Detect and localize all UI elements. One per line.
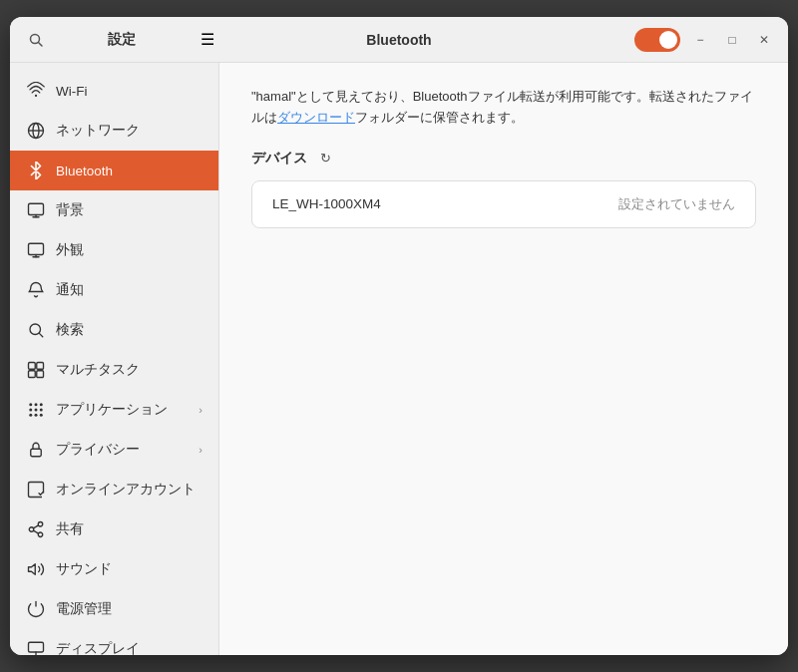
svg-rect-14 — [29, 363, 36, 370]
sidebar-item-label: 共有 — [56, 520, 84, 538]
svg-line-31 — [33, 530, 38, 533]
svg-point-30 — [38, 532, 43, 537]
share-icon — [26, 519, 46, 539]
sidebar-item-sound[interactable]: サウンド — [10, 549, 218, 589]
network-icon — [26, 121, 46, 141]
sidebar-item-online[interactable]: オンラインアカウント — [10, 470, 218, 509]
appearance-icon — [26, 240, 46, 260]
menu-icon: ☰ — [200, 30, 214, 49]
download-link[interactable]: ダウンロード — [277, 110, 355, 125]
svg-point-23 — [40, 409, 43, 412]
sidebar-item-network[interactable]: ネットワーク — [10, 111, 218, 151]
sidebar-item-privacy[interactable]: プライバシー› — [10, 430, 218, 470]
sidebar-item-label: 電源管理 — [56, 600, 112, 618]
sidebar-item-notification[interactable]: 通知 — [10, 270, 218, 310]
maximize-button[interactable]: □ — [720, 28, 744, 52]
sidebar-item-label: Wi-Fi — [56, 84, 87, 99]
close-icon: ✕ — [759, 33, 769, 47]
sidebar-item-power[interactable]: 電源管理 — [10, 589, 218, 629]
sidebar-item-label: 背景 — [56, 201, 84, 219]
sidebar-item-label: ディスプレイ — [56, 640, 140, 655]
minimize-icon: − — [696, 33, 703, 47]
sidebar-item-apps[interactable]: アプリケーション› — [10, 390, 218, 430]
sidebar-item-share[interactable]: 共有 — [10, 509, 218, 549]
titlebar: 設定 ☰ Bluetooth − □ ✕ — [10, 17, 788, 63]
multitask-icon — [26, 360, 46, 380]
chevron-right-icon: › — [199, 444, 202, 456]
page-title: Bluetooth — [366, 32, 431, 48]
privacy-icon — [26, 440, 46, 460]
sidebar-item-appearance[interactable]: 外観 — [10, 230, 218, 270]
sidebar-item-label: ネットワーク — [56, 122, 140, 140]
display-icon — [26, 639, 46, 655]
device-list: LE_WH-1000XM4設定されていません — [251, 180, 756, 228]
svg-rect-17 — [37, 371, 44, 378]
svg-line-1 — [39, 42, 43, 46]
sound-icon — [26, 559, 46, 579]
refresh-button[interactable]: ↻ — [315, 149, 335, 168]
svg-point-21 — [29, 409, 32, 412]
svg-rect-15 — [37, 363, 44, 370]
close-button[interactable]: ✕ — [752, 28, 776, 52]
svg-point-22 — [35, 409, 38, 412]
sidebar-item-label: マルチタスク — [56, 361, 140, 379]
sidebar-item-label: プライバシー — [56, 441, 140, 459]
sidebar-item-background[interactable]: 背景 — [10, 190, 218, 230]
sidebar-item-multitask[interactable]: マルチタスク — [10, 350, 218, 390]
svg-point-25 — [35, 414, 38, 417]
sidebar-item-wifi[interactable]: Wi-Fi — [10, 71, 218, 111]
sidebar-item-label: 検索 — [56, 321, 84, 339]
sidebar-item-label: サウンド — [56, 560, 112, 578]
main-content: "hamal"として見えており、Bluetoothファイル転送が利用可能です。転… — [219, 63, 788, 655]
sidebar-item-label: Bluetooth — [56, 164, 113, 178]
sidebar-item-label: 外観 — [56, 241, 84, 259]
sidebar-item-search[interactable]: 検索 — [10, 310, 218, 350]
wifi-icon — [26, 81, 46, 101]
sidebar-item-label: アプリケーション — [56, 401, 168, 419]
device-row[interactable]: LE_WH-1000XM4設定されていません — [252, 181, 755, 227]
svg-point-26 — [40, 414, 43, 417]
info-text: "hamal"として見えており、Bluetoothファイル転送が利用可能です。転… — [251, 87, 756, 129]
settings-title: 設定 — [58, 31, 186, 49]
device-name: LE_WH-1000XM4 — [272, 196, 381, 211]
sidebar: Wi-FiネットワークBluetooth背景外観通知検索マルチタスクアプリケーシ… — [10, 63, 219, 655]
power-icon — [26, 599, 46, 619]
apps-icon — [26, 400, 46, 420]
maximize-icon: □ — [728, 33, 735, 47]
sidebar-item-label: 通知 — [56, 281, 84, 299]
titlebar-center: Bluetooth — [221, 32, 577, 48]
titlebar-left: 設定 ☰ — [22, 26, 221, 54]
sidebar-item-bluetooth[interactable]: Bluetooth — [10, 151, 218, 190]
svg-point-20 — [40, 403, 43, 406]
minimize-button[interactable]: − — [688, 28, 712, 52]
bluetooth-icon — [26, 161, 46, 180]
svg-point-28 — [38, 522, 43, 527]
svg-point-24 — [29, 414, 32, 417]
svg-line-13 — [39, 333, 42, 336]
svg-rect-33 — [29, 642, 44, 652]
content-area: Wi-FiネットワークBluetooth背景外観通知検索マルチタスクアプリケーシ… — [10, 63, 788, 655]
bluetooth-toggle[interactable] — [634, 28, 680, 52]
sidebar-item-display[interactable]: ディスプレイ — [10, 629, 218, 655]
svg-line-32 — [33, 525, 38, 528]
svg-rect-16 — [29, 371, 36, 378]
background-icon — [26, 200, 46, 220]
svg-rect-27 — [31, 449, 42, 457]
svg-rect-6 — [29, 203, 44, 214]
refresh-icon: ↻ — [320, 151, 331, 166]
svg-point-19 — [35, 403, 38, 406]
devices-section-header: デバイス ↻ — [251, 149, 756, 168]
svg-point-2 — [35, 95, 37, 97]
chevron-right-icon: › — [199, 404, 202, 416]
info-text-part2: フォルダーに保管されます。 — [355, 110, 524, 125]
search-button[interactable] — [22, 26, 50, 54]
search-icon — [26, 320, 46, 340]
sidebar-item-label: オンラインアカウント — [56, 481, 196, 499]
svg-rect-9 — [29, 243, 44, 254]
titlebar-right: − □ ✕ — [577, 28, 776, 52]
notification-icon — [26, 280, 46, 300]
menu-button[interactable]: ☰ — [194, 26, 221, 54]
svg-point-29 — [29, 527, 34, 532]
settings-window: 設定 ☰ Bluetooth − □ ✕ Wi-FiネットワークBluetoot… — [10, 17, 788, 655]
devices-title: デバイス — [251, 150, 307, 168]
